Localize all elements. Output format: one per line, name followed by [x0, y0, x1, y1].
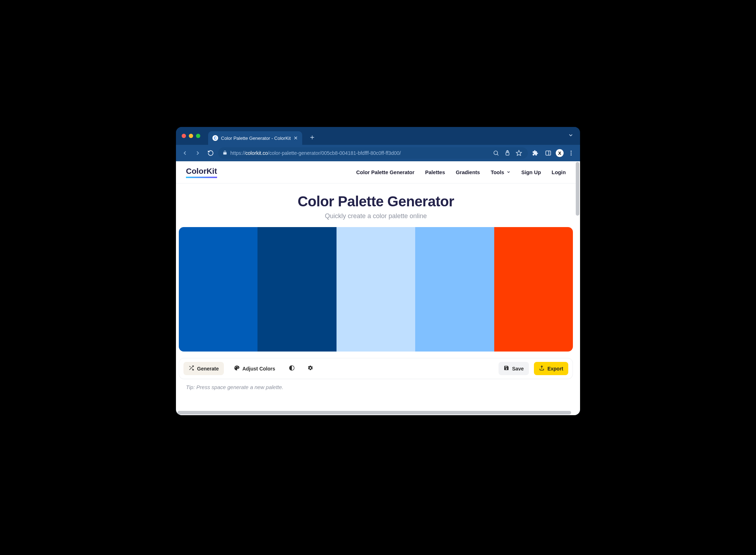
nav-palettes[interactable]: Palettes — [425, 170, 445, 175]
window-minimize-button[interactable] — [189, 134, 193, 138]
browser-toolbar: https://colorkit.co/color-palette-genera… — [176, 145, 580, 161]
back-button[interactable] — [180, 148, 190, 158]
nav-signup[interactable]: Sign Up — [521, 170, 541, 175]
page-content: ColorKit Color Palette Generator Palette… — [176, 161, 576, 411]
site-logo[interactable]: ColorKit — [186, 167, 217, 178]
viewport: ColorKit Color Palette Generator Palette… — [176, 161, 580, 415]
extensions-icon[interactable] — [530, 148, 541, 158]
generate-label: Generate — [197, 366, 219, 372]
tab-close-icon[interactable]: ✕ — [294, 135, 298, 141]
contrast-button[interactable] — [285, 362, 299, 375]
export-icon — [539, 365, 545, 372]
svg-point-7 — [571, 153, 572, 154]
page-subtitle: Quickly create a color palette online — [176, 212, 576, 220]
palette — [179, 227, 573, 352]
tip-text: Tip: Press space generate a new palette. — [186, 384, 568, 390]
reload-button[interactable] — [205, 148, 216, 158]
export-label: Export — [548, 366, 563, 372]
site-nav: Color Palette Generator Palettes Gradien… — [356, 170, 566, 175]
nav-login[interactable]: Login — [552, 170, 566, 175]
vertical-scrollbar[interactable] — [576, 162, 579, 414]
save-button[interactable]: Save — [499, 362, 529, 375]
swatch-3[interactable] — [337, 227, 415, 352]
share-icon[interactable] — [503, 148, 512, 158]
controls-bar: Generate Adjust Colors — [179, 358, 573, 379]
swatch-5[interactable] — [494, 227, 573, 352]
save-label: Save — [512, 366, 524, 372]
browser-menu-icon[interactable] — [566, 148, 576, 158]
window-close-button[interactable] — [182, 134, 186, 138]
adjust-colors-button[interactable]: Adjust Colors — [229, 362, 280, 375]
adjust-label: Adjust Colors — [242, 366, 275, 372]
forward-button[interactable] — [192, 148, 203, 158]
svg-point-8 — [571, 154, 572, 156]
svg-point-0 — [494, 151, 498, 155]
nav-tools-label: Tools — [491, 170, 504, 175]
gear-icon — [308, 365, 313, 372]
svg-rect-2 — [506, 153, 509, 156]
tabs-menu-icon[interactable] — [568, 132, 574, 139]
url-text: https://colorkit.co/color-palette-genera… — [230, 150, 489, 156]
svg-marker-3 — [516, 151, 522, 156]
svg-line-11 — [190, 366, 191, 367]
new-tab-button[interactable]: ＋ — [309, 132, 316, 142]
nav-generator[interactable]: Color Palette Generator — [356, 170, 414, 175]
window-traffic-lights — [182, 134, 200, 138]
site-header: ColorKit Color Palette Generator Palette… — [176, 161, 576, 183]
export-button[interactable]: Export — [534, 362, 568, 375]
palette-icon — [234, 365, 240, 372]
shuffle-icon — [188, 365, 194, 372]
generate-button[interactable]: Generate — [183, 362, 224, 375]
horizontal-scrollbar[interactable] — [177, 411, 575, 414]
swatch-2[interactable] — [257, 227, 336, 352]
contrast-icon — [289, 365, 295, 372]
window-fullscreen-button[interactable] — [196, 134, 200, 138]
svg-rect-4 — [546, 151, 551, 155]
swatch-4[interactable] — [415, 227, 494, 352]
browser-window: C Color Palette Generator - ColorKit ✕ ＋ — [176, 127, 580, 415]
save-icon — [504, 365, 509, 372]
chevron-down-icon — [506, 170, 511, 175]
tab-title: Color Palette Generator - ColorKit — [221, 136, 291, 141]
zoom-icon[interactable] — [491, 148, 501, 158]
browser-tab[interactable]: C Color Palette Generator - ColorKit ✕ — [208, 131, 302, 145]
scrollbar-thumb[interactable] — [177, 411, 571, 414]
scrollbar-thumb[interactable] — [576, 162, 579, 216]
tab-favicon-icon: C — [212, 135, 218, 141]
nav-gradients[interactable]: Gradients — [456, 170, 480, 175]
nav-tools[interactable]: Tools — [491, 170, 511, 175]
svg-point-6 — [571, 151, 572, 152]
page-title: Color Palette Generator — [176, 193, 576, 210]
svg-line-1 — [497, 154, 498, 155]
bookmark-star-icon[interactable] — [514, 148, 524, 158]
address-bar[interactable]: https://colorkit.co/color-palette-genera… — [218, 147, 528, 159]
sidepanel-icon[interactable] — [543, 148, 554, 158]
swatch-1[interactable] — [179, 227, 257, 352]
titlebar: C Color Palette Generator - ColorKit ✕ ＋ — [176, 127, 580, 145]
settings-button[interactable] — [304, 362, 317, 375]
hero: Color Palette Generator Quickly create a… — [176, 183, 576, 225]
profile-avatar[interactable]: X — [556, 149, 564, 157]
lock-icon — [222, 150, 227, 156]
